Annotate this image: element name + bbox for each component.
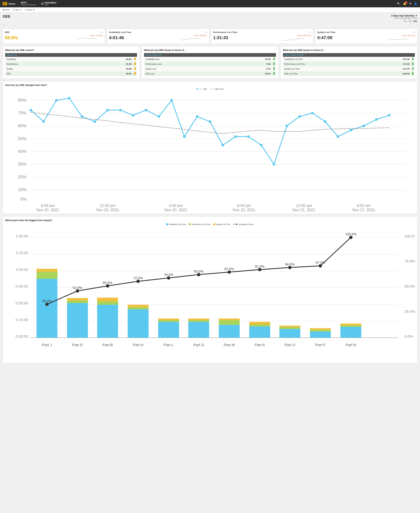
svg-point-50 [298, 115, 301, 118]
site-info: NEW 1 Plant (UTC-06:00) [21, 1, 36, 6]
notifications-button[interactable]: 🔔 3 [403, 2, 406, 5]
filter-row: ▿ [3, 24, 417, 27]
user-button[interactable]: 👤 [414, 2, 417, 5]
bar-indicator [134, 58, 136, 60]
pareto-svg: 1:30:00 1:15:00 1:00:00 0:45:00 0:30:00 … [5, 227, 415, 361]
loss-pct-label: Quality Loss [144, 67, 233, 71]
date-nav: 🔍− 🔍+ ◀ ▶ [391, 20, 417, 22]
svg-text:Part F: Part F [315, 343, 326, 347]
search-button[interactable]: 🔍 [397, 2, 400, 5]
svg-text:30.0%: 30.0% [42, 299, 52, 303]
svg-text:72.0%: 72.0% [133, 276, 143, 280]
pareto-card: Which parts have the biggest loss impact… [3, 217, 417, 363]
cumulative-dot-f [319, 264, 322, 267]
next-button[interactable]: ▶ [415, 20, 417, 22]
bar-indicator [273, 62, 275, 65]
svg-point-44 [222, 144, 224, 146]
header-right: 🔍 🔔 3 ⚑ 👤 [397, 2, 417, 5]
svg-point-46 [247, 135, 250, 138]
svg-point-48 [273, 163, 275, 166]
loss-time-label: Quality Lost Time [283, 67, 374, 71]
logo: XL Vorne [3, 2, 15, 5]
bar-performance-a [249, 324, 270, 326]
score-label: OEE [5, 71, 86, 76]
top-header: XL Vorne NEW 1 Plant (UTC-06:00) MAIN ME… [0, 0, 420, 7]
prev-button[interactable]: ◀ [413, 20, 415, 22]
bar-availability-o [279, 329, 300, 338]
bar-availability-m [219, 325, 240, 338]
svg-point-53 [337, 135, 339, 138]
bar-indicator [134, 67, 136, 70]
bar-quality-j [37, 269, 57, 272]
divider [18, 1, 18, 6]
loss-pct-label: Performance Loss [144, 62, 233, 67]
svg-text:20%: 20% [18, 174, 26, 179]
quality-legend-label: Quality Lost Time [216, 223, 230, 225]
filter-icon[interactable]: ▿ [3, 24, 4, 27]
svg-text:Part J: Part J [42, 343, 52, 347]
bar-quality-o [279, 325, 300, 327]
bar-indicator [273, 67, 275, 70]
oee-trend-legend: OEE OEE Trend [5, 88, 415, 90]
score-value: 69.8% [86, 71, 133, 76]
bar-performance-b [97, 301, 118, 305]
svg-text:10%: 10% [18, 187, 26, 192]
table-row: OEE Loss30.2% [144, 71, 276, 76]
oee-trend-card: How has my OEE changed over time? OEE OE… [3, 81, 417, 214]
svg-text:83.0%: 83.0% [194, 270, 203, 273]
kpi-performance-info[interactable]: ⓘ [309, 31, 311, 34]
svg-text:8:00 am: 8:00 am [41, 204, 55, 208]
cumulative-dot-a [258, 268, 261, 271]
table-row: Availability Lost Time4:01:46 [283, 57, 415, 62]
export-label: Export [26, 9, 32, 11]
date-range-main[interactable]: 3 Days Ago Saturday ▼ [391, 14, 417, 17]
flag-button[interactable]: ⚑ [409, 2, 411, 5]
svg-point-49 [285, 125, 288, 127]
svg-text:30%: 30% [18, 162, 26, 166]
oee-scores-card: What are my OEE scores? OEE Scores Avail… [3, 46, 140, 79]
main-menu[interactable]: MAIN MENU OEE [41, 2, 56, 6]
svg-point-52 [324, 120, 326, 123]
notification-badge: 3 [405, 1, 407, 4]
kpi-availability-info[interactable]: ⓘ [205, 31, 207, 34]
bar-quality-l [158, 318, 179, 320]
svg-point-35 [106, 109, 109, 111]
svg-text:Part M: Part M [224, 343, 235, 347]
score-value: 94.9% [86, 67, 133, 71]
table-row: Performance Loss7.3% [144, 62, 276, 67]
kpi-row: OEE ⓘ 69.8% Trend -17.0% ● Availability … [3, 29, 417, 44]
pareto-legend-availability: Availability Lost Time [166, 223, 186, 225]
zoom-in-button[interactable]: 🔍+ [408, 20, 412, 22]
print-label: Print [5, 9, 9, 11]
table-row: OEE69.8% [5, 71, 137, 76]
performance-legend-label: Performance Lost Time [192, 223, 210, 225]
svg-text:Part A: Part A [255, 343, 265, 347]
export-button[interactable]: ↗ Export ▼ [24, 9, 35, 11]
kpi-oee-info[interactable]: ⓘ [101, 31, 103, 34]
cumulative-dot-n [349, 236, 352, 239]
kpi-availability-sparkline [174, 37, 207, 41]
oee-scores-title: What are my OEE scores? [5, 49, 137, 52]
kpi-availability-value: 4:01:46 [109, 35, 124, 40]
svg-point-42 [196, 115, 198, 118]
svg-text:0:15:00: 0:15:00 [16, 318, 28, 322]
help-button[interactable]: ⓘ Help ▼ [12, 8, 22, 11]
oee-trend-legend-label: OEE Trend [214, 88, 223, 90]
oee-losses-pct-table: Loss in Terms of % Availability Loss19.2… [144, 53, 276, 76]
kpi-quality-info[interactable]: ⓘ [413, 31, 415, 34]
svg-text:Nov 20, 2021: Nov 20, 2021 [233, 208, 255, 211]
svg-point-31 [55, 99, 58, 102]
svg-text:Nov 20, 2021: Nov 20, 2021 [37, 208, 59, 211]
cumulative-legend-dot [236, 224, 237, 225]
oee-losses-pct-card: What are my OEE losses in terms of ... L… [142, 46, 278, 79]
svg-text:50.0%: 50.0% [404, 284, 415, 288]
performance-legend-square [189, 223, 191, 225]
svg-text:97.0%: 97.0% [316, 261, 325, 264]
bar-quality-d [67, 298, 88, 301]
svg-text:12:00 am: 12:00 am [296, 204, 312, 208]
bar-performance-n [340, 325, 361, 327]
loss-time-label: Performance Lost Time [283, 62, 374, 67]
plant-name: Plant (UTC-06:00) [21, 4, 36, 6]
zoom-out-button[interactable]: 🔍− [403, 20, 407, 22]
print-button[interactable]: 🖶 Print [3, 9, 9, 11]
